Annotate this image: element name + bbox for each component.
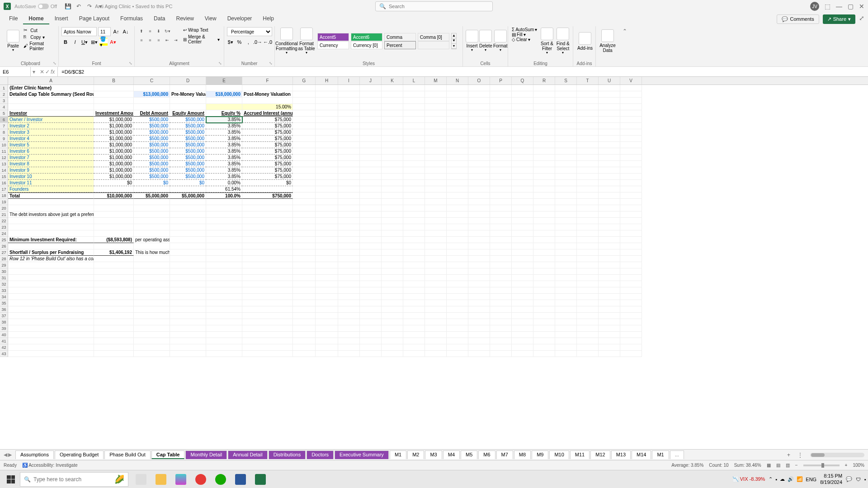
cell-Q38[interactable] — [512, 319, 533, 325]
cell-G29[interactable] — [293, 262, 316, 268]
cell-P36[interactable] — [490, 306, 512, 313]
sheet-tab-cap-table[interactable]: Cap Table — [151, 450, 185, 459]
cell-F21[interactable] — [242, 211, 293, 218]
cell-P3[interactable] — [490, 98, 512, 104]
row-header-13[interactable]: 13 — [0, 161, 8, 167]
cell-D43[interactable] — [170, 351, 206, 357]
cell-S36[interactable] — [555, 306, 577, 313]
row-header-11[interactable]: 11 — [0, 148, 8, 155]
select-all-corner[interactable] — [0, 77, 8, 84]
cell-D16[interactable]: $0 — [170, 180, 206, 186]
cell-C19[interactable] — [134, 199, 170, 205]
cell-L2[interactable] — [403, 91, 425, 98]
cell-I28[interactable] — [338, 256, 360, 262]
cell-O30[interactable] — [468, 268, 490, 275]
cell-D24[interactable] — [170, 230, 206, 237]
cell-N10[interactable] — [447, 142, 468, 148]
cell-A35[interactable] — [8, 300, 94, 306]
cell-B25[interactable]: ($8,593,808) — [94, 237, 134, 243]
status-accessibility[interactable]: ♿ Accessibility: Investigate — [22, 463, 78, 468]
cell-F7[interactable]: $75,000 — [242, 123, 293, 129]
column-header-S[interactable]: S — [555, 77, 577, 84]
cell-F26[interactable] — [242, 243, 293, 249]
cell-O42[interactable] — [468, 344, 490, 351]
cell-D31[interactable] — [170, 275, 206, 281]
cell-S35[interactable] — [555, 300, 577, 306]
cell-O22[interactable] — [468, 218, 490, 224]
cell-G38[interactable] — [293, 319, 316, 325]
cell-S20[interactable] — [555, 205, 577, 211]
cell-M32[interactable] — [425, 281, 447, 287]
cell-Q13[interactable] — [512, 161, 533, 167]
cell-C33[interactable] — [134, 287, 170, 294]
scroll-tabs-left-icon[interactable]: ◀ — [4, 452, 7, 458]
cell-U29[interactable] — [599, 262, 620, 268]
cell-S26[interactable] — [555, 243, 577, 249]
cell-E5[interactable]: Equity % — [206, 110, 242, 117]
cell-B19[interactable] — [94, 199, 134, 205]
cell-U23[interactable] — [599, 224, 620, 230]
cell-C35[interactable] — [134, 300, 170, 306]
cell-T28[interactable] — [577, 256, 599, 262]
cell-L42[interactable] — [403, 344, 425, 351]
cell-G37[interactable] — [293, 313, 316, 319]
styles-scroll[interactable]: ▲▼▾ — [451, 33, 457, 49]
style-percent[interactable]: Percent — [384, 41, 416, 49]
cell-E33[interactable] — [206, 287, 242, 294]
cell-J36[interactable] — [360, 306, 382, 313]
cell-R40[interactable] — [533, 332, 555, 338]
cell-K12[interactable] — [382, 155, 403, 161]
row-header-33[interactable]: 33 — [0, 287, 8, 294]
cell-J11[interactable] — [360, 148, 382, 155]
sheet-tab-m11[interactable]: M11 — [570, 450, 590, 459]
cell-C36[interactable] — [134, 306, 170, 313]
cell-S19[interactable] — [555, 199, 577, 205]
cell-N20[interactable] — [447, 205, 468, 211]
autosave-toggle[interactable]: AutoSave Off — [14, 4, 57, 9]
grow-font-icon[interactable]: A↑ — [112, 28, 120, 36]
font-dialog-icon[interactable]: ⤡ — [129, 61, 132, 66]
cell-R6[interactable] — [533, 117, 555, 123]
cell-T15[interactable] — [577, 174, 599, 180]
cell-J33[interactable] — [360, 287, 382, 294]
cell-L27[interactable] — [403, 249, 425, 256]
cell-V35[interactable] — [620, 300, 642, 306]
cell-V1[interactable] — [620, 85, 642, 91]
cell-K16[interactable] — [382, 180, 403, 186]
cell-B20[interactable] — [94, 205, 134, 211]
cell-S24[interactable] — [555, 230, 577, 237]
row-header-2[interactable]: 2 — [0, 91, 8, 98]
cell-R30[interactable] — [533, 268, 555, 275]
cell-N24[interactable] — [447, 230, 468, 237]
column-header-I[interactable]: I — [338, 77, 360, 84]
cell-J31[interactable] — [360, 275, 382, 281]
cell-E26[interactable] — [206, 243, 242, 249]
cell-G1[interactable] — [293, 85, 316, 91]
cell-V26[interactable] — [620, 243, 642, 249]
cell-O35[interactable] — [468, 300, 490, 306]
cell-C28[interactable] — [134, 256, 170, 262]
cell-F13[interactable]: $75,000 — [242, 161, 293, 167]
cell-S18[interactable] — [555, 192, 577, 199]
cell-U15[interactable] — [599, 174, 620, 180]
cell-E15[interactable]: 3.85% — [206, 174, 242, 180]
row-header-23[interactable]: 23 — [0, 224, 8, 230]
cell-O32[interactable] — [468, 281, 490, 287]
row-header-1[interactable]: 1 — [0, 85, 8, 91]
cell-N36[interactable] — [447, 306, 468, 313]
cell-L11[interactable] — [403, 148, 425, 155]
cell-S37[interactable] — [555, 313, 577, 319]
cell-J26[interactable] — [360, 243, 382, 249]
cell-H12[interactable] — [316, 155, 338, 161]
cell-U38[interactable] — [599, 319, 620, 325]
cell-G26[interactable] — [293, 243, 316, 249]
cell-V29[interactable] — [620, 262, 642, 268]
cell-J3[interactable] — [360, 98, 382, 104]
zoom-slider[interactable] — [803, 465, 840, 466]
cell-M11[interactable] — [425, 148, 447, 155]
cell-T40[interactable] — [577, 332, 599, 338]
sheet-menu-icon[interactable]: ⋮ — [794, 452, 807, 458]
cell-A10[interactable]: Investor 5 — [8, 142, 94, 148]
cell-L16[interactable] — [403, 180, 425, 186]
cell-A11[interactable]: Investor 6 — [8, 148, 94, 155]
